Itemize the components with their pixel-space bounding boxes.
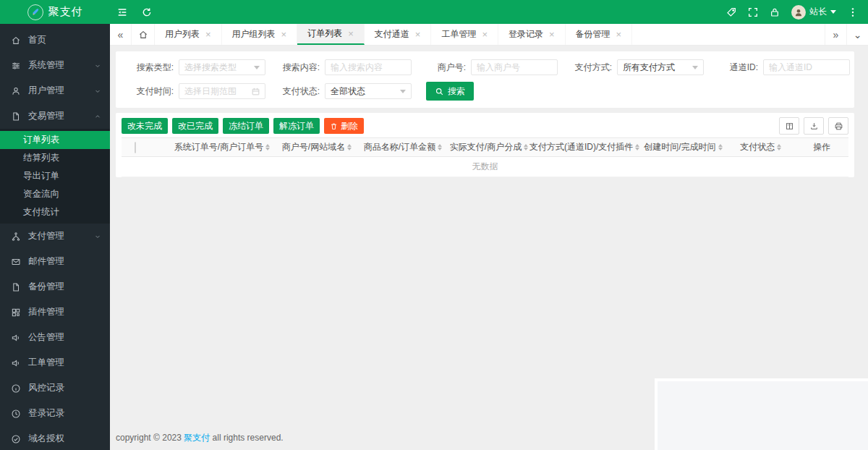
tab-login-log[interactable]: 登录记录× bbox=[498, 24, 566, 45]
mark-unfinished-button[interactable]: 改未完成 bbox=[122, 118, 168, 134]
pay-status-select[interactable]: 全部状态 bbox=[325, 83, 412, 99]
sidebar-item-label: 交易管理 bbox=[28, 110, 87, 122]
orders-table: 系统订单号/商户订单号 商户号/网站域名 商品名称/订单金额 实际支付/商户分成… bbox=[122, 137, 848, 177]
sidebar-item-users[interactable]: 用户管理 bbox=[0, 78, 110, 103]
fullscreen-icon[interactable] bbox=[742, 0, 764, 24]
tab-label: 用户列表 bbox=[165, 28, 200, 41]
close-icon[interactable]: × bbox=[549, 30, 555, 39]
sidebar-item-system[interactable]: 系统管理 bbox=[0, 53, 110, 78]
merchant-no-input[interactable] bbox=[472, 60, 557, 75]
lock-screen-icon[interactable] bbox=[764, 0, 786, 24]
user-name: 站长 bbox=[809, 6, 827, 18]
tab-label: 用户组列表 bbox=[232, 28, 276, 41]
sidebar-nav: 首页 系统管理 用户管理 交易管理 订单列表 结算列表 导出订单 资 bbox=[0, 24, 110, 450]
column-header: 操作 bbox=[813, 141, 830, 153]
search-icon bbox=[435, 87, 444, 96]
footer-brand-link[interactable]: 聚支付 bbox=[184, 433, 210, 443]
tab-user-group-list[interactable]: 用户组列表× bbox=[222, 24, 298, 45]
search-type-select[interactable]: 选择搜索类型 bbox=[179, 59, 265, 75]
chevron-up-icon bbox=[94, 113, 101, 120]
sidebar-item-label: 插件管理 bbox=[28, 306, 101, 318]
pay-method-select[interactable]: 所有支付方式 bbox=[617, 59, 704, 75]
sidebar-item-trade[interactable]: 交易管理 bbox=[0, 103, 110, 129]
search-content-label: 搜索内容: bbox=[265, 61, 325, 74]
sidebar-item-risk-log[interactable]: 风控记录 bbox=[0, 375, 110, 401]
print-icon[interactable] bbox=[828, 117, 848, 135]
tab-work-order[interactable]: 工单管理× bbox=[431, 24, 498, 45]
chevron-down-icon bbox=[692, 66, 698, 69]
select-value: 选择搜索类型 bbox=[184, 61, 237, 74]
copyright-text: copyright © 2023 bbox=[116, 433, 182, 443]
sidebar-subitem-export-orders[interactable]: 导出订单 bbox=[0, 167, 110, 185]
close-icon[interactable]: × bbox=[616, 30, 622, 39]
sort-icon[interactable] bbox=[438, 144, 442, 150]
merchant-no-label: 商户号: bbox=[412, 61, 471, 74]
sidebar-item-mail[interactable]: 邮件管理 bbox=[0, 249, 110, 274]
tabs-scroll-left-icon[interactable]: « bbox=[110, 24, 132, 45]
sidebar-item-home[interactable]: 首页 bbox=[0, 27, 110, 53]
tab-label: 工单管理 bbox=[441, 28, 476, 41]
delete-button[interactable]: 删除 bbox=[324, 118, 364, 134]
sidebar-item-plugins[interactable]: 插件管理 bbox=[0, 300, 110, 325]
close-icon[interactable]: × bbox=[482, 30, 488, 39]
column-header: 商品名称/订单金额 bbox=[364, 141, 435, 153]
subitem-label: 资金流向 bbox=[23, 188, 59, 200]
columns-toggle-icon[interactable] bbox=[779, 117, 799, 135]
column-header: 系统订单号/商户订单号 bbox=[174, 141, 263, 153]
tab-user-list[interactable]: 用户列表× bbox=[155, 24, 222, 45]
tab-label: 支付通道 bbox=[375, 28, 409, 41]
channel-id-input[interactable] bbox=[764, 60, 849, 75]
sidebar-subitem-pay-stats[interactable]: 支付统计 bbox=[0, 203, 110, 221]
export-icon[interactable] bbox=[804, 117, 824, 135]
channel-id-label: 通道ID: bbox=[704, 61, 763, 74]
tag-icon[interactable] bbox=[720, 0, 742, 24]
more-menu-icon[interactable] bbox=[842, 0, 864, 24]
search-content-input[interactable] bbox=[326, 60, 411, 75]
sort-icon[interactable] bbox=[777, 144, 781, 150]
sidebar-item-payment[interactable]: 支付管理 bbox=[0, 224, 110, 249]
unfreeze-order-button[interactable]: 解冻订单 bbox=[273, 118, 320, 134]
tab-bar: « 用户列表× 用户组列表× 订单列表× 支付通道× 工单管理× 登录记录× 备… bbox=[110, 24, 868, 46]
tab-home[interactable] bbox=[132, 24, 155, 45]
mark-finished-button[interactable]: 改已完成 bbox=[172, 118, 218, 134]
close-icon[interactable]: × bbox=[415, 30, 421, 39]
sidebar-item-announcement[interactable]: 公告管理 bbox=[0, 325, 110, 350]
search-button[interactable]: 搜索 bbox=[426, 82, 474, 101]
sidebar-item-label: 首页 bbox=[28, 34, 101, 46]
select-all-checkbox[interactable] bbox=[135, 142, 136, 153]
tab-backup[interactable]: 备份管理× bbox=[566, 24, 633, 45]
chevron-down-icon bbox=[254, 66, 260, 69]
tab-order-list[interactable]: 订单列表× bbox=[297, 24, 365, 45]
sort-icon[interactable] bbox=[718, 144, 723, 150]
sidebar-item-label: 系统管理 bbox=[28, 59, 87, 72]
sort-icon[interactable] bbox=[635, 144, 639, 150]
sidebar-item-backup[interactable]: 备份管理 bbox=[0, 274, 110, 300]
sidebar-item-login-log[interactable]: 登录记录 bbox=[0, 401, 110, 426]
sidebar-subitem-fund-flow[interactable]: 资金流向 bbox=[0, 185, 110, 203]
sidebar-item-label: 备份管理 bbox=[28, 281, 101, 293]
user-menu[interactable]: 站长 bbox=[786, 5, 842, 20]
close-icon[interactable]: × bbox=[205, 30, 211, 39]
copyright-footer: copyright © 2023 聚支付 all rights reserved… bbox=[116, 432, 284, 444]
sidebar-subitem-settle-list[interactable]: 结算列表 bbox=[0, 149, 110, 167]
sort-icon[interactable] bbox=[265, 144, 270, 150]
sidebar-item-workorder[interactable]: 工单管理 bbox=[0, 350, 110, 375]
close-icon[interactable]: × bbox=[281, 30, 287, 39]
search-button-label: 搜索 bbox=[448, 85, 465, 98]
sort-icon[interactable] bbox=[524, 144, 528, 150]
column-header: 创建时间/完成时间 bbox=[644, 141, 715, 153]
sidebar-subitem-order-list[interactable]: 订单列表 bbox=[0, 131, 110, 149]
sort-icon[interactable] bbox=[347, 144, 352, 150]
refresh-icon[interactable] bbox=[135, 0, 159, 24]
page-content: 搜索类型: 选择搜索类型 搜索内容: 商户号: bbox=[110, 46, 868, 450]
tabs-menu-icon[interactable]: ⌄ bbox=[846, 24, 868, 45]
tabs-scroll-right-icon[interactable]: » bbox=[825, 24, 846, 45]
sidebar-item-domain-auth[interactable]: 域名授权 bbox=[0, 426, 110, 450]
sidebar-toggle-icon[interactable] bbox=[110, 0, 135, 24]
brand-logo[interactable]: 聚支付 bbox=[0, 4, 110, 20]
freeze-order-button[interactable]: 冻结订单 bbox=[223, 118, 269, 134]
close-icon[interactable]: × bbox=[348, 29, 354, 38]
expand-column-header bbox=[149, 138, 168, 157]
tab-pay-channel[interactable]: 支付通道× bbox=[365, 24, 432, 45]
tab-label: 订单列表 bbox=[307, 27, 342, 40]
